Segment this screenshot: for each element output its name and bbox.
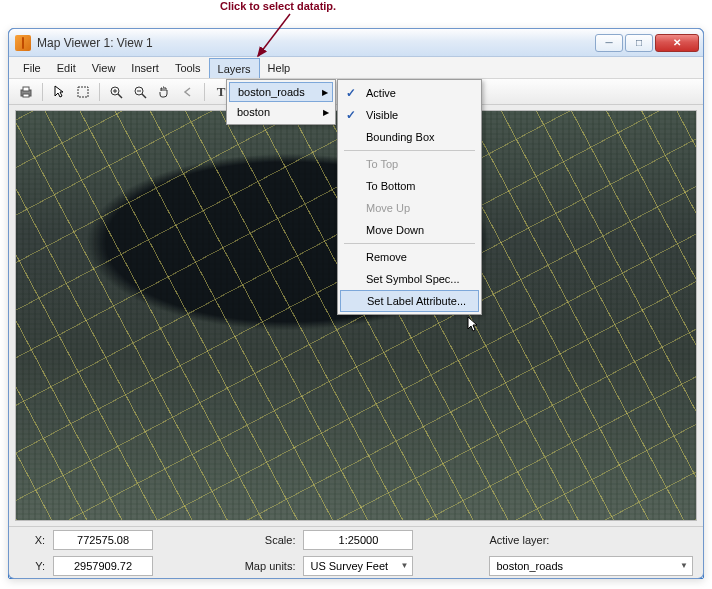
menu-label: Set Symbol Spec...	[366, 273, 460, 285]
units-value: US Survey Feet	[310, 560, 388, 572]
prev-view-icon[interactable]	[177, 81, 199, 103]
menu-edit[interactable]: Edit	[49, 57, 84, 78]
layer-item-boston-roads[interactable]: boston_roads ▶	[229, 82, 333, 102]
option-to-top: To Top	[340, 153, 479, 175]
pointer-icon[interactable]	[48, 81, 70, 103]
menu-separator	[344, 243, 475, 244]
menu-file[interactable]: File	[15, 57, 49, 78]
print-icon[interactable]	[15, 81, 37, 103]
toolbar-separator	[42, 83, 43, 101]
scale-value[interactable]: 1:25000	[303, 530, 413, 550]
svg-line-6	[118, 94, 122, 98]
menu-label: Active	[366, 87, 396, 99]
layer-item-boston[interactable]: boston ▶	[229, 102, 333, 122]
x-value: 772575.08	[53, 530, 153, 550]
menu-layers[interactable]: Layers	[209, 58, 260, 78]
menu-label: To Bottom	[366, 180, 416, 192]
layer-item-label: boston	[237, 106, 270, 118]
option-remove[interactable]: Remove	[340, 246, 479, 268]
option-visible[interactable]: ✓ Visible	[340, 104, 479, 126]
option-bounding-box[interactable]: Bounding Box	[340, 126, 479, 148]
svg-line-10	[142, 94, 146, 98]
statusbar: X: 772575.08 Scale: 1:25000 Active layer…	[9, 526, 703, 578]
app-icon	[15, 35, 31, 51]
titlebar[interactable]: Map Viewer 1: View 1 ─ □ ✕	[9, 29, 703, 57]
menubar[interactable]: File Edit View Insert Tools Layers Help	[9, 57, 703, 79]
menu-view[interactable]: View	[84, 57, 124, 78]
menu-label: Set Label Attribute...	[367, 295, 466, 307]
units-label: Map units:	[229, 560, 295, 572]
menu-label: Move Down	[366, 224, 424, 236]
zoom-out-icon[interactable]	[129, 81, 151, 103]
close-button[interactable]: ✕	[655, 34, 699, 52]
layer-item-label: boston_roads	[238, 86, 305, 98]
chevron-down-icon: ▼	[680, 561, 688, 570]
layers-submenu[interactable]: boston_roads ▶ boston ▶	[226, 79, 336, 125]
toolbar-separator	[204, 83, 205, 101]
svg-rect-3	[23, 94, 29, 97]
minimize-button[interactable]: ─	[595, 34, 623, 52]
window-title: Map Viewer 1: View 1	[37, 36, 595, 50]
mouse-cursor-icon	[466, 316, 482, 337]
active-layer-dropdown[interactable]: boston_roads ▼	[489, 556, 693, 576]
pan-icon[interactable]	[153, 81, 175, 103]
external-annotation: Click to select datatip.	[220, 0, 336, 12]
maximize-button[interactable]: □	[625, 34, 653, 52]
option-to-bottom[interactable]: To Bottom	[340, 175, 479, 197]
menu-label: Visible	[366, 109, 398, 121]
submenu-arrow-icon: ▶	[322, 88, 328, 97]
svg-rect-4	[78, 87, 88, 97]
select-rect-icon[interactable]	[72, 81, 94, 103]
chevron-down-icon: ▼	[401, 561, 409, 570]
menu-label: Bounding Box	[366, 131, 435, 143]
menu-label: Remove	[366, 251, 407, 263]
check-icon: ✓	[346, 86, 356, 100]
units-dropdown[interactable]: US Survey Feet ▼	[303, 556, 413, 576]
y-label: Y:	[19, 560, 45, 572]
submenu-arrow-icon: ▶	[323, 108, 329, 117]
menu-insert[interactable]: Insert	[123, 57, 167, 78]
menu-separator	[344, 150, 475, 151]
option-move-down[interactable]: Move Down	[340, 219, 479, 241]
menu-label: To Top	[366, 158, 398, 170]
menu-tools[interactable]: Tools	[167, 57, 209, 78]
toolbar-separator	[99, 83, 100, 101]
scale-label: Scale:	[229, 534, 295, 546]
menu-label: Move Up	[366, 202, 410, 214]
layer-options-menu[interactable]: ✓ Active ✓ Visible Bounding Box To Top T…	[337, 79, 482, 315]
window-controls: ─ □ ✕	[595, 34, 699, 52]
option-move-up: Move Up	[340, 197, 479, 219]
zoom-in-icon[interactable]	[105, 81, 127, 103]
y-value: 2957909.72	[53, 556, 153, 576]
option-active[interactable]: ✓ Active	[340, 82, 479, 104]
x-label: X:	[19, 534, 45, 546]
menu-help[interactable]: Help	[260, 57, 299, 78]
svg-rect-2	[23, 87, 29, 91]
active-layer-value: boston_roads	[496, 560, 563, 572]
option-set-symbol-spec[interactable]: Set Symbol Spec...	[340, 268, 479, 290]
active-layer-label: Active layer:	[489, 534, 565, 546]
check-icon: ✓	[346, 108, 356, 122]
option-set-label-attribute[interactable]: Set Label Attribute...	[340, 290, 479, 312]
